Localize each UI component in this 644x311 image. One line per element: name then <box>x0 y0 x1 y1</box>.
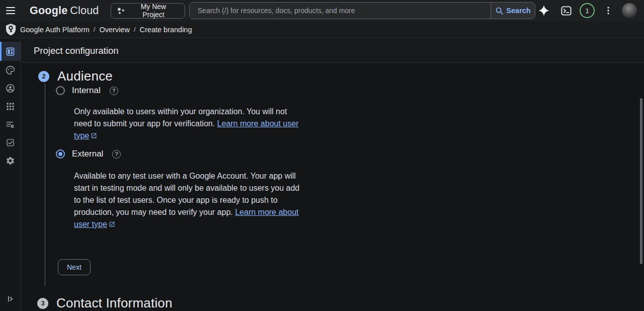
external-link-icon <box>91 132 97 139</box>
step-number-badge: 2 <box>38 71 49 82</box>
account-avatar[interactable] <box>622 3 637 18</box>
internal-description: Only available to users within your orga… <box>74 106 303 142</box>
notifications-button[interactable]: 1 <box>580 3 595 18</box>
google-cloud-console: GoogleCloud My New Project Search <box>0 0 644 311</box>
internal-radio-button[interactable] <box>56 86 65 95</box>
cloud-shell-button[interactable] <box>557 2 575 19</box>
sidebar-item-audience[interactable] <box>0 79 21 97</box>
breadcrumb-item-auth-platform[interactable]: Google Auth Platform <box>20 26 90 34</box>
palette-icon <box>6 65 15 75</box>
notification-count-badge: 1 <box>585 7 589 15</box>
stepper-connector-line <box>45 84 45 286</box>
google-cloud-logo[interactable]: GoogleCloud <box>30 5 99 17</box>
more-options-button[interactable] <box>600 2 617 19</box>
next-button[interactable]: Next <box>58 259 91 275</box>
logo-word-google: Google <box>30 5 67 17</box>
project-dots-icon <box>117 7 125 15</box>
internal-help-icon[interactable]: ? <box>110 87 118 95</box>
internal-radio-label: Internal <box>72 86 101 96</box>
apps-grid-icon <box>6 102 15 111</box>
topbar-actions: 1 <box>535 2 644 19</box>
search-button-label: Search <box>506 7 530 15</box>
sidebar-item-settings[interactable] <box>0 151 21 170</box>
expand-chevron-icon <box>7 295 15 303</box>
list-settings-icon <box>6 120 15 129</box>
external-radio-button[interactable] <box>56 149 65 159</box>
search-button[interactable]: Search <box>491 3 535 19</box>
breadcrumb-item-create-branding: Create branding <box>140 26 192 34</box>
breadcrumb-separator: / <box>94 26 96 33</box>
external-radio-label: External <box>72 149 103 159</box>
expand-sidebar-button[interactable] <box>0 291 21 307</box>
breadcrumb-separator: / <box>134 26 136 33</box>
project-picker-button[interactable]: My New Project <box>111 3 185 19</box>
terminal-icon <box>560 5 572 17</box>
page-title: Project configuration <box>34 45 119 56</box>
checkbox-icon <box>6 138 15 147</box>
page-header: Project configuration <box>22 39 644 63</box>
external-link-icon <box>109 221 115 227</box>
breadcrumb-item-overview[interactable]: Overview <box>99 26 129 34</box>
breadcrumb: Google Auth Platform / Overview / Create… <box>0 21 644 38</box>
external-description: Available to any test user with a Google… <box>74 170 303 230</box>
logo-word-cloud: Cloud <box>70 5 99 17</box>
global-search: Search <box>189 2 535 19</box>
project-picker-label: My New Project <box>129 3 178 19</box>
step-audience-header: 2 Audience <box>38 68 113 84</box>
hamburger-icon <box>6 7 15 14</box>
external-radio-option[interactable]: External ? <box>56 149 121 159</box>
step-contact-header: 3 Contact Information <box>37 295 173 311</box>
person-circle-icon <box>6 84 15 93</box>
vertical-scrollbar[interactable] <box>640 98 642 264</box>
external-help-icon[interactable]: ? <box>112 150 121 159</box>
sidebar-item-overview[interactable] <box>0 42 21 61</box>
step-number-badge: 3 <box>37 298 48 309</box>
sidebar-item-verification[interactable] <box>0 133 21 151</box>
step-audience-title: Audience <box>57 68 113 84</box>
overview-dashboard-icon <box>6 47 15 56</box>
search-input[interactable] <box>190 3 491 19</box>
vertical-dots-icon <box>603 6 613 16</box>
gear-icon <box>6 156 15 166</box>
top-app-bar: GoogleCloud My New Project Search <box>0 0 644 21</box>
sidebar-item-branding[interactable] <box>0 61 21 79</box>
gemini-button[interactable] <box>535 2 552 19</box>
step-contact-title: Contact Information <box>56 295 173 311</box>
internal-radio-option[interactable]: Internal ? <box>56 86 118 96</box>
main-menu-button[interactable] <box>0 0 21 21</box>
gemini-sparkle-icon <box>538 5 550 17</box>
auth-platform-shield-icon <box>3 23 18 36</box>
left-icon-sidebar <box>0 39 21 311</box>
search-icon <box>495 7 504 15</box>
sidebar-item-data-access[interactable] <box>0 115 21 133</box>
main-content: 2 Audience Internal ? Only available to … <box>22 63 644 311</box>
sidebar-item-clients[interactable] <box>0 97 21 115</box>
